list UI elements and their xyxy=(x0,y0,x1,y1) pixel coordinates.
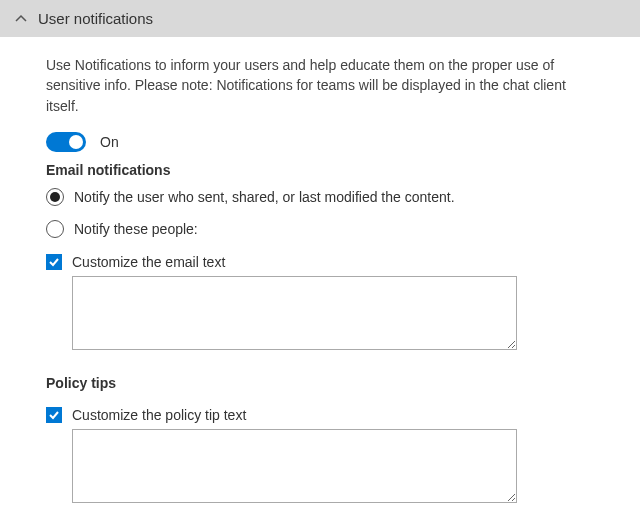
radio-icon[interactable] xyxy=(46,220,64,238)
customize-policy-textarea[interactable] xyxy=(72,429,517,503)
customize-policy-checkbox[interactable] xyxy=(46,407,62,423)
radio-notify-people[interactable]: Notify these people: xyxy=(46,220,594,238)
customize-email-check-row: Customize the email text xyxy=(46,254,594,270)
chevron-up-icon xyxy=(14,12,28,26)
radio-notify-user[interactable]: Notify the user who sent, shared, or las… xyxy=(46,188,594,206)
policy-section-title: Policy tips xyxy=(46,375,594,391)
customize-email-label: Customize the email text xyxy=(72,254,225,270)
toggle-state-label: On xyxy=(100,134,119,150)
customize-email-checkbox[interactable] xyxy=(46,254,62,270)
customize-policy-label: Customize the policy tip text xyxy=(72,407,246,423)
customize-policy-check-row: Customize the policy tip text xyxy=(46,407,594,423)
radio-label: Notify the user who sent, shared, or las… xyxy=(74,189,455,205)
description-text: Use Notifications to inform your users a… xyxy=(46,55,594,116)
section-header[interactable]: User notifications xyxy=(0,0,640,37)
customize-email-textarea[interactable] xyxy=(72,276,517,350)
section-content: Use Notifications to inform your users a… xyxy=(0,37,640,520)
email-section-title: Email notifications xyxy=(46,162,594,178)
section-title: User notifications xyxy=(38,10,153,27)
radio-icon[interactable] xyxy=(46,188,64,206)
notifications-toggle[interactable] xyxy=(46,132,86,152)
radio-label: Notify these people: xyxy=(74,221,198,237)
notifications-toggle-row: On xyxy=(46,132,594,152)
